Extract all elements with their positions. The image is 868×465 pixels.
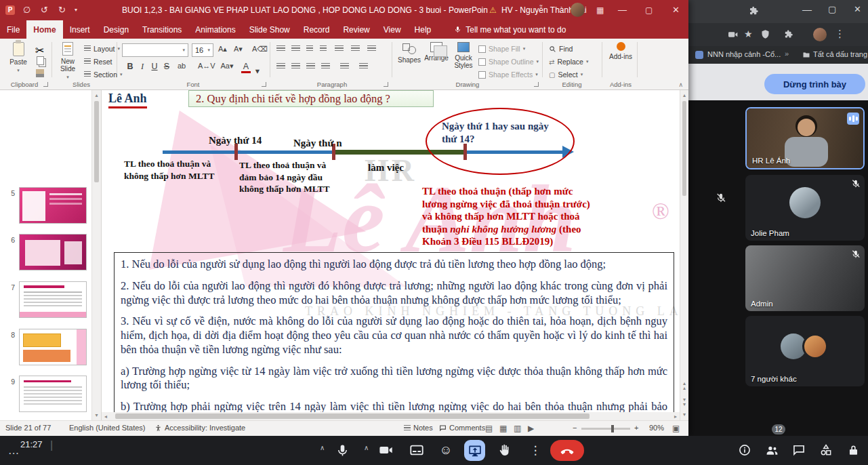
normal-view-button[interactable]: ▤ xyxy=(485,424,493,433)
format-painter-icon[interactable] xyxy=(36,69,44,77)
browser-minimize-icon[interactable]: — xyxy=(802,4,812,15)
extensions-icon[interactable] xyxy=(783,29,793,39)
select-button[interactable]: ▢Select▾ xyxy=(549,70,583,79)
participant-tile-hr-le-anh[interactable]: HR Lê Ánh xyxy=(745,107,865,169)
decrease-indent-icon[interactable] xyxy=(306,45,313,52)
chat-button[interactable] xyxy=(790,441,808,459)
shapes-button[interactable]: Shapes xyxy=(397,42,421,64)
replace-button[interactable]: ⇄Replace▾ xyxy=(549,58,588,66)
arrange-button[interactable]: Arrange xyxy=(424,42,449,62)
end-call-button[interactable] xyxy=(550,440,584,461)
previous-slide-button[interactable]: ▴▴ xyxy=(680,381,688,390)
notes-toggle[interactable]: Notes xyxy=(404,424,433,432)
horizontal-scrollbar[interactable]: ◂ ▸ xyxy=(102,412,680,420)
align-right-icon[interactable] xyxy=(306,63,315,70)
presenting-button[interactable] xyxy=(464,440,485,461)
text-direction-icon[interactable] xyxy=(351,45,360,52)
redo-icon[interactable]: ↻ xyxy=(58,0,66,20)
zoom-slider-thumb[interactable] xyxy=(611,425,614,432)
copy-icon[interactable] xyxy=(37,56,44,65)
minimize-icon[interactable]: — xyxy=(618,0,627,20)
cut-icon[interactable]: ✂ xyxy=(35,44,44,57)
shield-icon[interactable] xyxy=(760,29,770,39)
bookmark-item[interactable]: NNN nhập cảnh -Cổ... xyxy=(707,50,781,58)
shape-outline-button[interactable]: Shape Outline▾ xyxy=(478,58,539,66)
add-ins-button[interactable]: Add-ins xyxy=(606,42,636,60)
drawing-dialog-launcher[interactable] xyxy=(534,82,539,87)
quick-styles-button[interactable]: Quick Styles xyxy=(451,42,476,69)
slide-number-indicator[interactable]: Slide 21 of 77 xyxy=(5,424,51,432)
tab-animations[interactable]: Animations xyxy=(188,20,242,39)
camera-options-chevron-icon[interactable]: ∧ xyxy=(364,444,369,451)
reactions-button[interactable]: ☺ xyxy=(437,441,455,459)
more-options-button[interactable]: ⋮ xyxy=(526,441,544,459)
activities-button[interactable] xyxy=(817,441,835,459)
zoom-in-button[interactable]: + xyxy=(634,424,638,432)
accessibility-indicator[interactable]: Accessibility: Investigate xyxy=(154,424,245,432)
change-case-icon[interactable]: Aa▾ xyxy=(220,62,234,70)
comments-toggle[interactable]: Comments xyxy=(439,424,485,432)
shape-effects-button[interactable]: Shape Effects▾ xyxy=(478,70,538,79)
paste-button[interactable]: Paste▾ xyxy=(5,42,31,73)
bookmark-star-icon[interactable]: ★ xyxy=(744,28,753,39)
zoom-level[interactable]: 90% xyxy=(649,424,664,432)
tab-design[interactable]: Design xyxy=(97,20,136,39)
tab-insert[interactable]: Insert xyxy=(63,20,97,39)
font-color-icon[interactable]: A xyxy=(241,62,251,73)
text-shadow-icon[interactable]: ab xyxy=(175,62,188,70)
bookmarks-overflow-icon[interactable]: » xyxy=(785,49,789,58)
meeting-details-button[interactable] xyxy=(736,441,753,459)
slide-canvas[interactable]: HR Lê Anh ® TRAO KINH NGHIEM - TANG TUON… xyxy=(102,90,680,412)
increase-font-icon[interactable]: A▴ xyxy=(218,45,227,54)
more-dots-icon[interactable]: ⋯ xyxy=(8,447,20,460)
ribbon-display-options-icon[interactable]: ▦ xyxy=(596,0,604,20)
tab-slide-show[interactable]: Slide Show xyxy=(243,20,297,39)
restore-icon[interactable]: ▢ xyxy=(645,0,653,20)
profile-avatar[interactable] xyxy=(813,28,827,41)
align-text-icon[interactable] xyxy=(367,45,376,52)
thumbnail-scrollbar[interactable]: ▴ ▾ xyxy=(91,90,101,420)
autosave-icon[interactable]: ∅ xyxy=(23,0,30,20)
account-avatar[interactable] xyxy=(571,3,585,17)
warning-icon[interactable]: ⚠ xyxy=(489,5,497,15)
participant-tile-jolie-pham[interactable]: Jolie Pham xyxy=(745,175,865,241)
tab-transitions[interactable]: Transitions xyxy=(136,20,188,39)
next-slide-button[interactable]: ▾▾ xyxy=(680,397,688,407)
font-dialog-launcher[interactable] xyxy=(262,82,266,87)
reset-button[interactable]: Reset xyxy=(84,58,112,66)
captions-button[interactable] xyxy=(407,441,427,459)
slide-body-textbox[interactable]: 1. Nếu do lỗi của người sử dụng lao động… xyxy=(114,252,674,412)
zoom-out-button[interactable]: − xyxy=(573,424,577,432)
new-slide-button[interactable]: New Slide▾ xyxy=(54,42,81,80)
tab-help[interactable]: Help xyxy=(408,20,438,39)
slide-thumbnail[interactable] xyxy=(19,376,87,412)
fit-slide-button[interactable]: ▣ xyxy=(672,424,680,433)
tab-home[interactable]: Home xyxy=(26,20,62,39)
slide-thumbnail[interactable] xyxy=(19,234,87,270)
all-bookmarks-button[interactable]: Tất cả dấu trang xyxy=(813,50,867,58)
tab-review[interactable]: Review xyxy=(336,20,376,39)
tell-me-box[interactable]: Tell me what you want to do xyxy=(447,20,573,39)
shape-fill-button[interactable]: Shape Fill▾ xyxy=(478,45,525,53)
align-left-icon[interactable] xyxy=(276,63,285,70)
slide-title-box[interactable]: 2. Quy định chi tiết về hợp đồng lao độn… xyxy=(188,90,434,107)
clipboard-dialog-launcher[interactable] xyxy=(43,82,48,87)
find-button[interactable]: Find xyxy=(549,45,573,53)
strikethrough-icon[interactable]: S xyxy=(161,62,172,71)
tab-camera-indicator-icon[interactable] xyxy=(728,29,739,40)
tab-file[interactable]: File xyxy=(0,20,26,39)
char-spacing-icon[interactable]: A↔V xyxy=(198,62,214,70)
reading-view-button[interactable]: ▥ xyxy=(514,424,521,433)
mic-button[interactable] xyxy=(333,441,351,459)
language-indicator[interactable]: English (United States) xyxy=(69,424,146,432)
browser-menu-icon[interactable]: ⋮ xyxy=(835,28,845,40)
numbering-icon[interactable] xyxy=(291,45,300,52)
decrease-font-icon[interactable]: A▾ xyxy=(234,45,243,54)
layout-button[interactable]: Layout▾ xyxy=(84,45,120,53)
clear-formatting-icon[interactable]: A⌫ xyxy=(252,45,268,54)
italic-icon[interactable]: I xyxy=(137,62,148,72)
justify-icon[interactable] xyxy=(321,63,330,70)
increase-indent-icon[interactable] xyxy=(320,45,327,52)
browser-close-icon[interactable]: ✕ xyxy=(854,4,861,14)
browser-maximize-icon[interactable]: ▢ xyxy=(828,4,836,14)
